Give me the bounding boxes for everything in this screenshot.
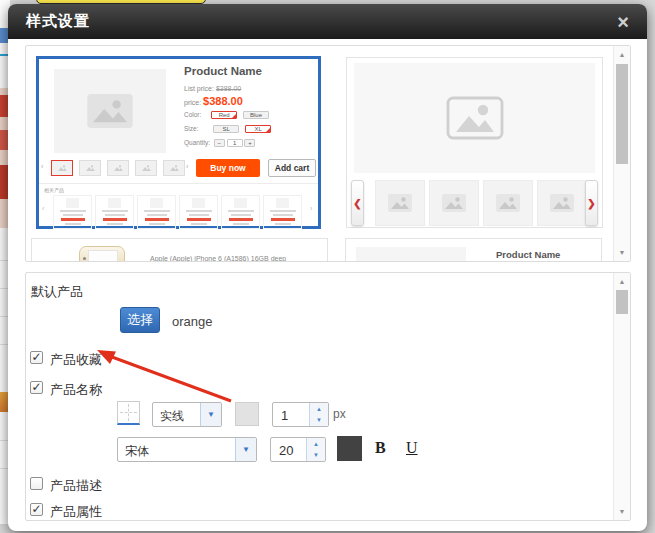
close-icon[interactable]: × [617,12,629,32]
border-width-spinner: ▲ ▼ [309,403,328,426]
template-preview-panel: Product Name List price: $388.00 price: … [25,45,631,262]
checkbox-product-description[interactable] [30,477,43,490]
preview-quantity-plus: + [244,139,255,147]
preview-color-label: Color: [184,111,201,118]
thumb-prev-icon: ‹ [41,163,43,170]
iphone-screen [88,250,118,262]
scrollbar-thumb[interactable] [616,290,628,314]
template-card-gallery[interactable]: ❮ ❯ [346,57,603,228]
preview-color-option-blue: Blue [243,111,269,119]
check-icon: ✓ [31,350,41,364]
check-icon: ✓ [31,502,41,516]
mini-product-card [53,195,92,229]
related-prev-icon: ‹ [42,205,44,212]
checkbox-product-favorite[interactable]: ✓ [30,351,43,364]
preview-thumbnail-selected [51,160,73,176]
related-next-icon: › [310,205,312,212]
border-color-swatch[interactable] [235,402,259,426]
preview-listprice-label: List price: [184,85,214,92]
dialog-title: 样式设置 [26,12,90,31]
screen: 样式设置 × Product Name List price: $388.00 … [0,0,655,533]
border-picker-vertical-guide [128,404,129,421]
image-placeholder-icon [496,194,520,212]
chevron-down-icon: ▼ [235,438,256,461]
font-color-swatch[interactable] [337,436,362,461]
select-product-button[interactable]: 选择 [120,307,160,333]
image-placeholder [54,69,166,153]
default-product-label: 默认产品 [31,283,83,301]
checkbox-product-attributes-label: 产品属性 [50,503,102,521]
font-size-value: 20 [279,443,293,458]
bold-button[interactable]: B [375,439,386,457]
image-placeholder-icon [550,194,574,212]
preview-quantity-minus: − [214,139,225,147]
preview-thumbnail [79,160,101,176]
spinner-up-icon[interactable]: ▲ [307,441,325,447]
template-card-product-name[interactable]: Product Name List price: $388.00 [345,238,602,262]
px-unit-label: px [333,407,346,421]
template-card-iphone[interactable]: Apple (Apple) iPhone 6 (A1586) 16GB deep [31,238,328,262]
annotation-arrow [88,342,238,406]
preview-related-label: 相关产品 [44,187,64,193]
chevron-down-icon: ▼ [200,403,221,426]
preview-iphone-title: Apple (Apple) iPhone 6 (A1586) 16GB deep [150,255,286,262]
iphone-button [83,257,86,260]
checkbox-product-attributes[interactable]: ✓ [30,503,43,516]
preview-size-option-sl: SL [213,125,239,133]
image-placeholder [354,63,595,173]
style-settings-form: 默认产品 选择 orange ✓ 产品收藏 ✓ 产品名称 实线 ▼ 1 ▲ [25,272,631,521]
preview-listprice-value: $388.00 [216,85,241,92]
spinner-down-icon[interactable]: ▼ [307,452,325,458]
mini-product-card [179,195,218,229]
carousel-next-icon: ❯ [585,180,598,226]
preview-thumbnail [163,160,185,176]
preview-add-cart-button: Add cart [268,159,316,177]
preview-color-option-red: Red [211,111,237,119]
preview-thumbnail-strip [51,160,181,178]
thumb-next-icon: › [186,163,188,170]
checkbox-product-name[interactable]: ✓ [30,381,43,394]
font-size-input[interactable]: 20 ▲ ▼ [270,437,326,462]
selected-product-value: orange [172,314,212,329]
font-family-select[interactable]: 宋体 ▼ [117,437,257,462]
image-placeholder [356,247,466,262]
scroll-up-icon[interactable]: ▲ [614,278,630,285]
image-placeholder-icon [446,96,504,140]
font-size-spinner: ▲ ▼ [306,438,325,461]
mini-product-card [95,195,134,229]
preview-quantity-value: 1 [227,139,243,147]
preview-thumbnail [135,160,157,176]
scroll-up-icon[interactable]: ▲ [614,51,630,58]
iphone-image [79,246,125,262]
dialog-titlebar: 样式设置 × [8,4,647,39]
mini-product-card [137,195,176,229]
scrollbar-thumb[interactable] [616,64,628,164]
preview-size-label: Size: [184,125,198,132]
image-placeholder-icon [442,194,466,212]
border-style-value: 实线 [160,408,184,425]
mini-product-card [221,195,260,229]
check-icon: ✓ [31,380,41,394]
preview-scrollbar[interactable]: ▲ ▼ [613,46,630,261]
template-card-product-detail-selected[interactable]: Product Name List price: $388.00 price: … [36,56,321,229]
border-width-input[interactable]: 1 ▲ ▼ [272,402,329,427]
scroll-down-icon[interactable]: ▼ [614,249,630,256]
image-placeholder-icon [388,194,412,212]
preview-buy-now-button: Buy now [196,159,260,177]
divider [39,183,318,184]
preview-thumbnail [107,160,129,176]
image-placeholder-icon [87,94,133,128]
gallery-thumbnails [371,180,583,226]
scroll-down-icon[interactable]: ▼ [614,508,630,515]
preview-quantity-label: Quantity: [184,139,210,146]
spinner-down-icon[interactable]: ▼ [310,417,328,423]
preview-price-label: price: [184,99,201,106]
underline-button[interactable]: U [406,439,418,457]
checkbox-product-description-label: 产品描述 [50,477,102,495]
preview-product-name: Product Name [184,65,262,77]
form-scrollbar[interactable]: ▲ ▼ [613,273,630,520]
spinner-up-icon[interactable]: ▲ [310,406,328,412]
related-products-strip [53,195,307,229]
preview-size-option-xl: XL [245,125,271,133]
mini-product-card [263,195,302,229]
